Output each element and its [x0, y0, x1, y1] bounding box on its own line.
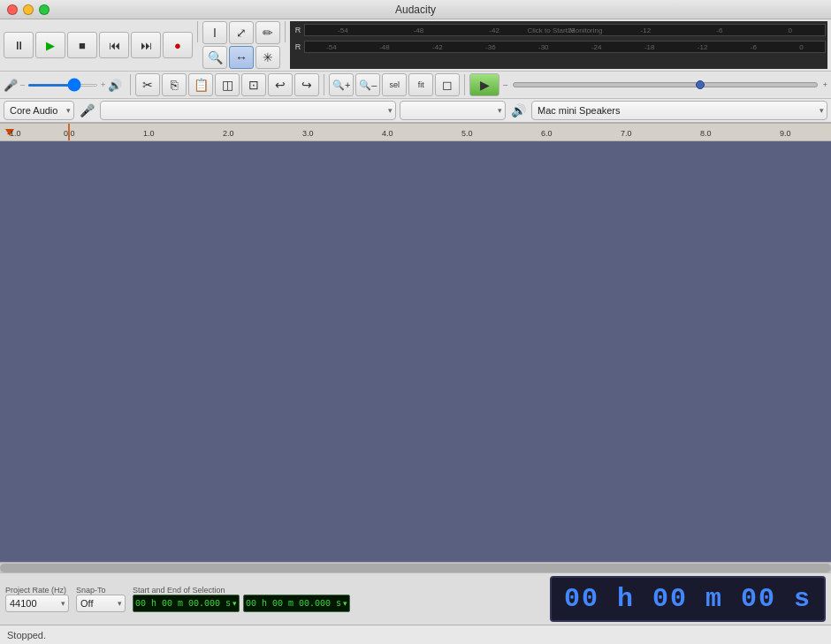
separator-3 [130, 74, 131, 95]
selection-section: Start and End of Selection 00 h 00 m 00.… [133, 586, 350, 612]
undo-button[interactable]: ↩ [268, 73, 293, 96]
snap-to-select[interactable]: Off [76, 595, 126, 612]
toolbar-container: ⏸ ▶ ■ ⏮ ⏭ ● I ⤢ ✏ 🔍 ↔ ✳ R -54 [0, 19, 831, 124]
skip-end-button[interactable]: ⏭ [131, 32, 161, 58]
zoom-tool-button[interactable]: 🔍 [202, 46, 227, 69]
click-monitor-label: Click to Start Monitoring [528, 27, 603, 34]
maximize-button[interactable] [39, 4, 50, 15]
input-meter-bar[interactable]: -54 -48 -42 Click to Start Monitoring -1… [304, 24, 826, 36]
separator-5 [464, 74, 465, 95]
separator-2 [285, 21, 286, 42]
input-meter-row: R -54 -48 -42 Click to Start Monitoring … [292, 22, 826, 38]
output-device-wrapper: Mac mini Speakers [531, 101, 827, 120]
big-time-display: 00 h 00 m 00 s [550, 576, 826, 622]
svg-text:6.0: 6.0 [541, 129, 553, 138]
app-title: Audacity [395, 4, 436, 16]
snap-to-label: Snap-To [76, 586, 106, 595]
selection-start-arrow: ▾ [233, 599, 237, 608]
main-toolbar: ⏸ ▶ ■ ⏮ ⏭ ● I ⤢ ✏ 🔍 ↔ ✳ R -54 [0, 19, 831, 72]
zoom-in-button[interactable]: 🔍+ [329, 73, 354, 96]
volume-controls: 🎤 – + 🔊 [4, 79, 122, 92]
project-rate-select[interactable]: 44100 [5, 595, 69, 612]
window-controls [7, 4, 50, 15]
play-button[interactable]: ▶ [35, 32, 65, 58]
input-device-wrapper [100, 101, 396, 120]
close-button[interactable] [7, 4, 18, 15]
audio-host-select[interactable]: Core Audio [4, 101, 74, 120]
track-area[interactable] [0, 141, 831, 562]
timeshift-tool-button[interactable]: ↔ [229, 46, 254, 69]
mic-icon: 🎤 [4, 79, 18, 92]
selection-end-value: 00 h 00 m 00.000 s [246, 599, 341, 609]
output-meter-label: R [292, 42, 304, 51]
record-button[interactable]: ● [163, 32, 193, 58]
skip-start-button[interactable]: ⏮ [99, 32, 129, 58]
big-time-section: 00 h 00 m 00 s [550, 576, 826, 622]
input-device-select[interactable] [100, 101, 396, 120]
ruler-svg: -1.0 0.0 1.0 2.0 3.0 4.0 5.0 6.0 7.0 8.0… [0, 124, 831, 141]
snap-to-wrapper: Off [76, 595, 126, 612]
mic-device-icon: 🎤 [80, 103, 95, 117]
selection-inputs: 00 h 00 m 00.000 s ▾ 00 h 00 m 00.000 s … [133, 595, 350, 612]
speaker-device-icon: 🔊 [511, 103, 526, 117]
input-channels-wrapper [400, 101, 506, 120]
svg-text:9.0: 9.0 [780, 129, 791, 138]
zoom-out-button[interactable]: 🔍– [355, 73, 380, 96]
h-scrollbar-thumb[interactable] [0, 564, 831, 572]
select-tool-button[interactable]: I [202, 21, 227, 44]
second-toolbar: 🎤 – + 🔊 ✂ ⎘ 📋 ◫ ⊡ ↩ ↪ 🔍+ 🔍– sel fit ◻ ▶ … [0, 72, 831, 99]
zoom-extra-button[interactable]: ◻ [435, 73, 460, 96]
minimize-button[interactable] [23, 4, 34, 15]
project-rate-wrapper: 44100 [5, 595, 69, 612]
svg-text:8.0: 8.0 [700, 129, 712, 138]
separator-1 [197, 21, 198, 42]
zoom-fit-button[interactable]: fit [408, 73, 433, 96]
h-scrollbar[interactable] [0, 562, 831, 572]
timeline-ruler: -1.0 0.0 1.0 2.0 3.0 4.0 5.0 6.0 7.0 8.0… [0, 124, 831, 141]
separator-4 [324, 74, 324, 95]
status-bar: Stopped. [0, 625, 831, 644]
trim-button[interactable]: ◫ [215, 73, 240, 96]
mic-volume-slider[interactable] [27, 84, 98, 87]
input-channels-select[interactable] [400, 101, 506, 120]
project-rate-section: Project Rate (Hz) 44100 [5, 586, 69, 612]
pause-button[interactable]: ⏸ [4, 32, 34, 58]
svg-text:1.0: 1.0 [143, 129, 155, 138]
selection-end-box[interactable]: 00 h 00 m 00.000 s ▾ [243, 595, 350, 612]
title-bar: Audacity [0, 0, 831, 19]
svg-text:-1.0: -1.0 [7, 129, 21, 138]
copy-button[interactable]: ⎘ [162, 73, 187, 96]
speaker-icon: 🔊 [108, 79, 122, 92]
selection-label: Start and End of Selection [133, 586, 225, 595]
stop-button[interactable]: ■ [67, 32, 97, 58]
cut-button[interactable]: ✂ [135, 73, 160, 96]
svg-text:3.0: 3.0 [302, 129, 314, 138]
selection-start-value: 00 h 00 m 00.000 s [135, 599, 231, 609]
redo-button[interactable]: ↪ [294, 73, 319, 96]
output-device-select[interactable]: Mac mini Speakers [531, 101, 827, 120]
play-at-speed-button[interactable]: ▶ [469, 73, 499, 96]
svg-text:7.0: 7.0 [621, 129, 632, 138]
svg-text:5.0: 5.0 [461, 129, 473, 138]
transport-controls: ⏸ ▶ ■ ⏮ ⏭ ● [4, 21, 193, 69]
silence-button[interactable]: ⊡ [241, 73, 266, 96]
project-rate-label: Project Rate (Hz) [5, 586, 66, 595]
status-text: Stopped. [7, 630, 46, 640]
multi-tool-button[interactable]: ✳ [255, 46, 280, 69]
svg-text:2.0: 2.0 [223, 129, 234, 138]
tool-selector: I ⤢ ✏ 🔍 ↔ ✳ [202, 21, 280, 69]
input-meter-label: R [292, 26, 304, 34]
device-row: Core Audio 🎤 🔊 Mac mini Speakers [0, 99, 831, 123]
svg-text:4.0: 4.0 [382, 129, 393, 138]
vu-meters: R -54 -48 -42 Click to Start Monitoring … [290, 21, 827, 69]
draw-tool-button[interactable]: ✏ [255, 21, 280, 44]
output-meter-bar[interactable]: -54 -48 -42 -36 -30 -24 -18 -12 -6 0 [304, 41, 826, 53]
output-meter-row: R -54 -48 -42 -36 -30 -24 -18 -12 -6 0 [292, 39, 826, 55]
snap-to-section: Snap-To Off [76, 586, 126, 612]
paste-button[interactable]: 📋 [188, 73, 213, 96]
audio-host-wrapper: Core Audio [4, 101, 74, 120]
playback-speed-slider[interactable] [513, 82, 817, 87]
zoom-sel-button[interactable]: sel [382, 73, 407, 96]
selection-start-box[interactable]: 00 h 00 m 00.000 s ▾ [133, 595, 240, 612]
envelope-tool-button[interactable]: ⤢ [229, 21, 254, 44]
